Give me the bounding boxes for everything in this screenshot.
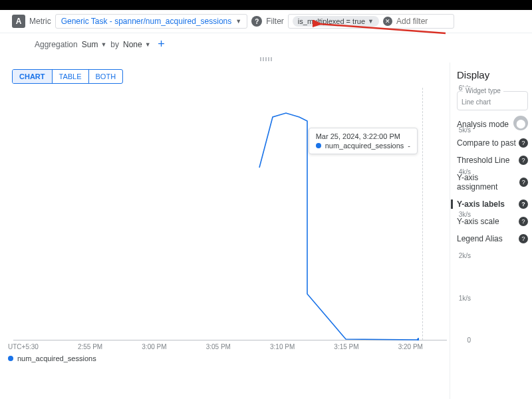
metric-picker[interactable]: Generic Task - spanner/num_acquired_sess… bbox=[55, 14, 248, 29]
y-axis-right: 6k/s 5k/s 4k/s 3k/s 2k/s 1k/s 0 bbox=[448, 88, 471, 340]
aggregation-label: Aggregation bbox=[35, 40, 78, 49]
timezone-label: UTC+5:30 bbox=[8, 343, 39, 350]
filter-label: Filter bbox=[266, 17, 284, 26]
xtick: 2:55 PM bbox=[78, 343, 102, 350]
caret-down-icon: ▼ bbox=[145, 41, 151, 48]
aggregation-group-dropdown[interactable]: None ▼ bbox=[123, 40, 151, 49]
tab-table[interactable]: TABLE bbox=[53, 70, 89, 83]
help-icon[interactable]: ? bbox=[519, 217, 528, 226]
widget-type-select[interactable]: Widget type Line chart bbox=[457, 91, 528, 110]
chart-panel: CHART TABLE BOTH 6k/s 5k/s 4k/s 3k/s 2k/… bbox=[0, 63, 450, 399]
drag-handle-icon[interactable] bbox=[260, 57, 272, 61]
filter-chip-text: is_multiplexed = true bbox=[298, 17, 365, 25]
aggregation-group-value: None bbox=[123, 40, 142, 49]
xtick: 3:20 PM bbox=[398, 343, 423, 350]
xtick: 3:10 PM bbox=[270, 343, 295, 350]
tab-chart[interactable]: CHART bbox=[13, 70, 53, 83]
view-mode-tabs: CHART TABLE BOTH bbox=[12, 69, 123, 84]
help-icon[interactable]: ? bbox=[519, 234, 528, 243]
ytick: 5k/s bbox=[459, 126, 471, 133]
help-icon[interactable]: ? bbox=[519, 200, 528, 209]
help-icon[interactable]: ? bbox=[519, 178, 529, 187]
xtick: 3:15 PM bbox=[334, 343, 358, 350]
series-dot-icon bbox=[8, 356, 13, 361]
avatar-icon[interactable]: ⬤ bbox=[513, 116, 528, 130]
help-icon[interactable]: ? bbox=[251, 16, 262, 27]
widget-type-label: Widget type bbox=[463, 87, 503, 94]
query-row-aggregation: Aggregation Sum ▼ by None ▼ + bbox=[0, 33, 532, 56]
tooltip-time: Mar 25, 2024, 3:22:00 PM bbox=[316, 132, 410, 140]
xtick: 3:00 PM bbox=[142, 343, 166, 350]
window-titlebar bbox=[0, 0, 532, 10]
aggregation-fn-value: Sum bbox=[82, 40, 98, 49]
line-series bbox=[13, 88, 419, 340]
ytick: 4k/s bbox=[459, 168, 471, 176]
series-dot-icon bbox=[316, 143, 321, 148]
series-badge-a[interactable]: A bbox=[12, 15, 25, 28]
tab-both[interactable]: BOTH bbox=[89, 70, 123, 83]
caret-down-icon: ▼ bbox=[100, 41, 106, 48]
widget-type-value: Line chart bbox=[462, 98, 491, 106]
svg-point-1 bbox=[417, 338, 419, 340]
legend-series-name: num_acquired_sessions bbox=[17, 354, 96, 362]
caret-down-icon: ▼ bbox=[235, 18, 241, 25]
help-icon[interactable]: ? bbox=[519, 138, 528, 148]
metric-value: Generic Task - spanner/num_acquired_sess… bbox=[61, 17, 232, 26]
xtick: 3:05 PM bbox=[206, 343, 231, 350]
metric-label: Metric bbox=[29, 17, 51, 26]
ytick: 2k/s bbox=[459, 252, 471, 259]
plot-area[interactable]: 6k/s 5k/s 4k/s 3k/s 2k/s 1k/s 0 Mar 25, … bbox=[13, 88, 447, 340]
tooltip-series: num_acquired_sessions bbox=[325, 142, 404, 150]
hover-tooltip: Mar 25, 2024, 3:22:00 PM num_acquired_se… bbox=[309, 128, 418, 154]
aggregation-fn-dropdown[interactable]: Sum ▼ bbox=[82, 40, 107, 49]
filter-box[interactable]: is_multiplexed = true ▼ ✕ bbox=[288, 14, 454, 29]
add-aggregation-button[interactable]: + bbox=[155, 37, 168, 51]
query-row-metric: A Metric Generic Task - spanner/num_acqu… bbox=[0, 10, 532, 33]
ytick: 0 bbox=[467, 336, 471, 344]
tooltip-value: - bbox=[408, 142, 410, 150]
legend[interactable]: num_acquired_sessions bbox=[8, 354, 447, 362]
aggregation-by-label: by bbox=[110, 40, 119, 49]
remove-filter-icon[interactable]: ✕ bbox=[383, 17, 392, 26]
filter-chip-is-multiplexed[interactable]: is_multiplexed = true ▼ bbox=[293, 16, 379, 27]
help-icon[interactable]: ? bbox=[519, 156, 528, 165]
add-filter-input[interactable] bbox=[396, 17, 450, 26]
caret-down-icon: ▼ bbox=[368, 18, 374, 25]
y-axis-guide bbox=[422, 88, 423, 340]
ytick: 1k/s bbox=[459, 294, 471, 301]
sidebar-title: Display bbox=[457, 69, 528, 80]
ytick: 3k/s bbox=[459, 210, 471, 217]
x-axis: UTC+5:30 2:55 PM 3:00 PM 3:05 PM 3:10 PM… bbox=[8, 343, 447, 350]
